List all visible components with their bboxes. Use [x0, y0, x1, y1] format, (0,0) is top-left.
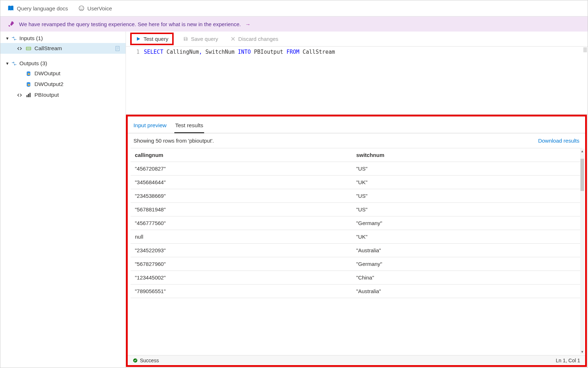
results-scrollbar[interactable]: ▲ ▼ — [580, 149, 584, 354]
table-cell: "UK" — [352, 230, 582, 244]
caret-icon: ▼ — [5, 36, 9, 40]
sidebar: ▼ Inputs (1) CallStream ▼ Outputs (3) DW… — [0, 32, 126, 368]
outputs-node[interactable]: ▼ Outputs (3) — [0, 59, 126, 68]
results-grid-wrap: callingnum switchnum "456720827""US""345… — [128, 148, 585, 355]
sidebar-output-dwoutput2[interactable]: DWOutput2 — [0, 79, 126, 90]
cursor-position: Ln 1, Col 1 — [556, 358, 580, 363]
output-name: DWOutput2 — [34, 81, 63, 87]
table-row[interactable]: "345684644""UK" — [131, 176, 582, 189]
svg-rect-6 — [28, 73, 30, 75]
output-name: PBIoutput — [34, 92, 59, 98]
sql-icon — [25, 71, 32, 77]
query-docs-link[interactable]: Query language docs — [8, 5, 68, 11]
success-icon — [133, 358, 138, 363]
book-icon — [8, 5, 14, 11]
status-text: Success — [140, 358, 159, 363]
scroll-down-icon[interactable]: ▼ — [580, 350, 584, 354]
sidebar-output-pbioutput[interactable]: PBIoutput — [0, 90, 126, 100]
save-icon — [183, 36, 188, 42]
table-row[interactable]: "123445002""China" — [131, 271, 582, 285]
sidebar-input-callstream[interactable]: CallStream — [0, 43, 126, 54]
table-cell: "234538669" — [131, 189, 352, 203]
input-name: CallStream — [34, 45, 62, 52]
code-line[interactable]: SELECT CallingNum, SwitchNum INTO PBIout… — [144, 47, 335, 114]
banner-text: We have revamped the query testing exper… — [19, 21, 241, 27]
svg-point-5 — [27, 71, 30, 73]
download-results-link[interactable]: Download results — [538, 138, 579, 144]
play-icon — [136, 36, 141, 42]
col-switchnum[interactable]: switchnum — [352, 148, 582, 162]
powerbi-icon — [25, 92, 32, 98]
docs-label: Query language docs — [17, 5, 68, 11]
table-cell: "China" — [352, 271, 582, 285]
table-cell: "123445002" — [131, 271, 352, 285]
scroll-thumb[interactable] — [580, 159, 584, 191]
output-name: DWOutput — [34, 70, 60, 77]
results-tabs: Input preview Test results — [128, 116, 585, 133]
test-query-button[interactable]: Test query — [133, 34, 171, 43]
tab-input-preview[interactable]: Input preview — [133, 122, 167, 133]
rocket-icon — [8, 20, 15, 28]
caret-icon: ▼ — [5, 61, 9, 66]
table-cell: "456720827" — [131, 162, 352, 176]
query-toolbar: Test query Save query Discard changes — [126, 32, 588, 47]
editor-scrollbar[interactable] — [583, 47, 587, 52]
code-icon — [17, 46, 23, 52]
table-row[interactable]: "234538669""US" — [131, 189, 582, 203]
stream-icon — [25, 46, 32, 52]
statusbar: Success Ln 1, Col 1 — [128, 355, 585, 365]
inputs-node[interactable]: ▼ Inputs (1) — [0, 34, 126, 43]
test-query-highlight: Test query — [130, 33, 174, 45]
table-row[interactable]: "456720827""US" — [131, 162, 582, 176]
table-row[interactable]: null"UK" — [131, 230, 582, 244]
table-row[interactable]: "456777560""Germany" — [131, 216, 582, 230]
svg-rect-10 — [28, 94, 29, 97]
outputs-label: Outputs (3) — [19, 60, 47, 67]
table-cell: "234522093" — [131, 244, 352, 257]
test-query-label: Test query — [144, 36, 168, 42]
tab-test-results[interactable]: Test results — [174, 122, 204, 133]
close-icon — [230, 36, 236, 42]
svg-point-1 — [80, 8, 81, 8]
document-icon — [114, 46, 121, 52]
line-gutter: 1 — [126, 47, 144, 114]
scroll-up-icon[interactable]: ▲ — [580, 149, 584, 153]
table-row[interactable]: "567827960""Germany" — [131, 257, 582, 271]
info-banner: We have revamped the query testing exper… — [0, 16, 588, 32]
table-cell: "567881948" — [131, 203, 352, 216]
table-cell: "Germany" — [352, 257, 582, 271]
svg-point-7 — [27, 82, 30, 83]
inputs-label: Inputs (1) — [19, 35, 43, 42]
svg-rect-3 — [26, 47, 31, 50]
table-row[interactable]: "789056551""Australia" — [131, 285, 582, 298]
table-row[interactable]: "234522093""Australia" — [131, 244, 582, 257]
table-cell: "US" — [352, 189, 582, 203]
main-area: ▼ Inputs (1) CallStream ▼ Outputs (3) DW… — [0, 32, 588, 368]
table-cell: "789056551" — [131, 285, 352, 298]
uservoice-link[interactable]: UserVoice — [78, 5, 112, 11]
svg-rect-9 — [27, 95, 28, 97]
table-cell: "Australia" — [352, 244, 582, 257]
sql-icon — [25, 81, 32, 87]
table-cell: null — [131, 230, 352, 244]
table-cell: "345684644" — [131, 176, 352, 189]
col-callingnum[interactable]: callingnum — [131, 148, 352, 162]
table-cell: "456777560" — [131, 216, 352, 230]
table-cell: "Australia" — [352, 285, 582, 298]
svg-point-0 — [79, 6, 84, 11]
table-cell: "567827960" — [131, 257, 352, 271]
code-icon — [17, 92, 23, 98]
table-row[interactable]: "567881948""US" — [131, 203, 582, 216]
output-group-icon — [11, 61, 17, 67]
results-header: Showing 50 rows from 'pbioutput'. Downlo… — [128, 133, 585, 148]
uservoice-label: UserVoice — [88, 5, 112, 11]
discard-button[interactable]: Discard changes — [227, 34, 281, 43]
arrow-icon[interactable]: → — [245, 21, 250, 27]
svg-point-2 — [82, 8, 83, 8]
table-cell: "Germany" — [352, 216, 582, 230]
save-query-label: Save query — [191, 36, 218, 42]
table-cell: "US" — [352, 203, 582, 216]
save-query-button[interactable]: Save query — [180, 34, 221, 43]
sidebar-output-dwoutput[interactable]: DWOutput — [0, 68, 126, 79]
query-editor[interactable]: 1 SELECT CallingNum, SwitchNum INTO PBIo… — [126, 47, 588, 115]
